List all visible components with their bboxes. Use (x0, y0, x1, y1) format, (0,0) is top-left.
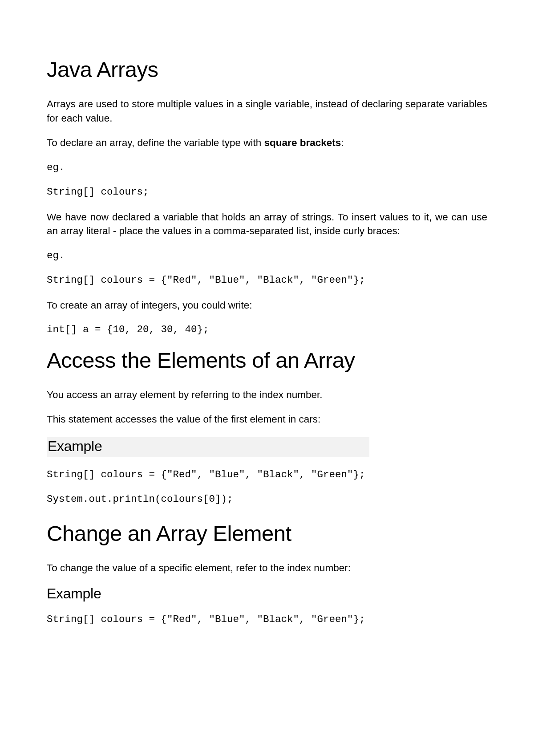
heading-java-arrays: Java Arrays (47, 57, 487, 82)
heading-change-element: Change an Array Element (47, 521, 487, 546)
eg-label-1: eg. (47, 161, 487, 175)
code-access-println: System.out.println(colours[0]); (47, 492, 487, 507)
square-brackets-bold: square brackets (264, 137, 341, 148)
code-int-array: int[] a = {10, 20, 30, 40}; (47, 323, 487, 337)
paragraph-array-literal: We have now declared a variable that hol… (47, 210, 487, 238)
example-label-2: Example (47, 585, 487, 602)
access-paragraph-1: You access an array element by referring… (47, 388, 487, 402)
paragraph-int-array: To create an array of integers, you coul… (47, 298, 487, 313)
intro-paragraph-2: To declare an array, define the variable… (47, 136, 487, 150)
code-string-colours-init: String[] colours = {"Red", "Blue", "Blac… (47, 273, 487, 288)
example-label-1: Example (47, 437, 369, 457)
code-string-colours-declaration: String[] colours; (47, 185, 487, 199)
heading-access-elements: Access the Elements of an Array (47, 348, 487, 373)
para2-post-text: : (341, 137, 344, 148)
access-paragraph-2: This statement accesses the value of the… (47, 412, 487, 427)
code-change-init: String[] colours = {"Red", "Blue", "Blac… (47, 613, 487, 627)
code-access-init: String[] colours = {"Red", "Blue", "Blac… (47, 468, 487, 482)
para2-pre-text: To declare an array, define the variable… (47, 137, 264, 148)
intro-paragraph-1: Arrays are used to store multiple values… (47, 97, 487, 125)
change-paragraph-1: To change the value of a specific elemen… (47, 561, 487, 575)
eg-label-2: eg. (47, 249, 487, 263)
